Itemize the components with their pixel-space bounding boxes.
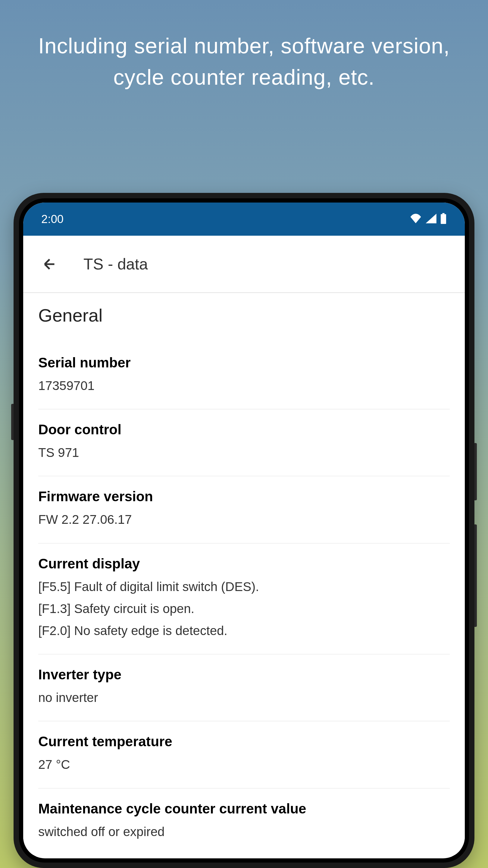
data-item-label: Inverter type <box>38 666 450 683</box>
data-item: Serial number17359701 <box>38 342 450 409</box>
data-item: Maintenance cycle counter current values… <box>38 788 450 855</box>
arrow-left-icon <box>41 256 58 273</box>
data-item-label: Current temperature <box>38 733 450 749</box>
data-item-value: switched off or expired <box>38 822 450 842</box>
status-icons <box>410 213 447 225</box>
data-item: Current display[F5.5] Fault of digital l… <box>38 544 450 655</box>
data-value-line: TS 971 <box>38 442 450 463</box>
signal-icon <box>426 214 436 224</box>
phone-power-button <box>475 524 477 627</box>
status-bar: 2:00 <box>23 203 465 236</box>
data-item-value: TS 971 <box>38 442 450 463</box>
phone-screen: 2:00 <box>23 203 465 858</box>
phone-side-button <box>11 404 13 440</box>
data-item-label: Maintenance cycle counter current value <box>38 801 450 817</box>
data-item: Inverter typeno inverter <box>38 654 450 721</box>
svg-rect-1 <box>441 214 446 224</box>
data-item-label: Firmware version <box>38 488 450 504</box>
phone-frame: 2:00 <box>13 193 475 868</box>
back-button[interactable] <box>38 253 61 276</box>
data-item-value: 17359701 <box>38 375 450 396</box>
phone-volume-button <box>475 443 477 500</box>
data-value-line: switched off or expired <box>38 822 450 842</box>
data-item-label: Current display <box>38 555 450 572</box>
data-item-label: Serial number <box>38 354 450 371</box>
status-time: 2:00 <box>41 213 64 226</box>
battery-icon <box>440 213 447 225</box>
section-title: General <box>38 305 450 326</box>
data-value-line: FW 2.2 27.06.17 <box>38 509 450 530</box>
data-item: Door controlTS 971 <box>38 409 450 476</box>
data-value-line: 27 °C <box>38 754 450 775</box>
data-item-value: FW 2.2 27.06.17 <box>38 509 450 530</box>
data-item-label: Door control <box>38 421 450 438</box>
data-value-line: [F5.5] Fault of digital limit switch (DE… <box>38 577 450 597</box>
data-item: Firmware versionFW 2.2 27.06.17 <box>38 476 450 543</box>
promo-text: Including serial number, software versio… <box>0 0 488 93</box>
data-item-value: no inverter <box>38 687 450 708</box>
data-value-line: 17359701 <box>38 375 450 396</box>
app-title: TS - data <box>84 255 148 273</box>
svg-rect-0 <box>442 213 444 214</box>
data-value-line: [F1.3] Safety circuit is open. <box>38 598 450 619</box>
content-area: General Serial number17359701Door contro… <box>23 293 465 855</box>
data-value-line: no inverter <box>38 687 450 708</box>
data-item-value: [F5.5] Fault of digital limit switch (DE… <box>38 577 450 641</box>
data-value-line: [F2.0] No safety edge is detected. <box>38 621 450 641</box>
data-item: Current temperature27 °C <box>38 721 450 788</box>
data-item-value: 27 °C <box>38 754 450 775</box>
wifi-icon <box>410 214 422 224</box>
app-header: TS - data <box>23 236 465 293</box>
